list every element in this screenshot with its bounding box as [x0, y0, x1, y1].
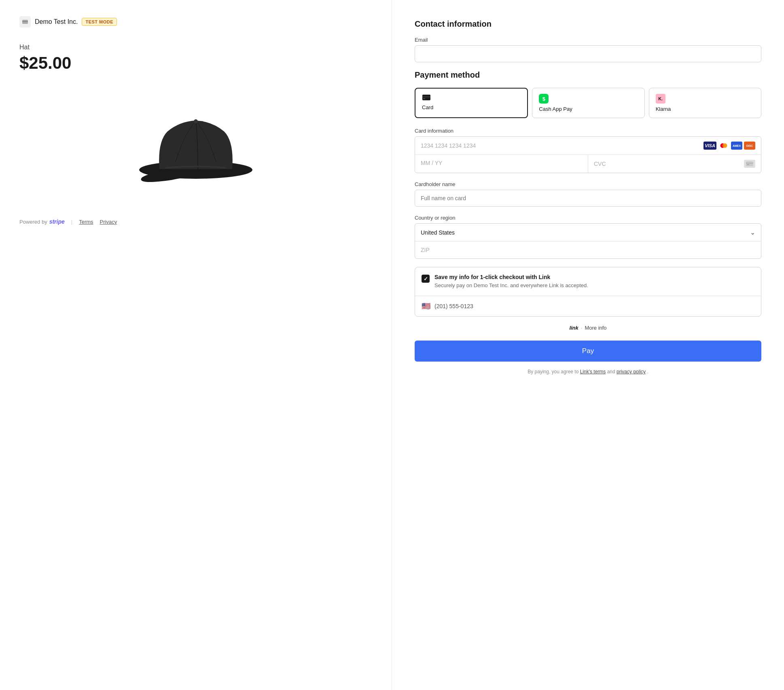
country-region-box: United States ⌄ ZIP: [415, 223, 761, 259]
email-input[interactable]: [415, 45, 761, 62]
right-panel: Contact information Email Payment method…: [392, 0, 784, 690]
link-terms-link[interactable]: Link's terms: [580, 369, 606, 375]
card-icon: [422, 94, 431, 102]
svg-rect-11: [747, 164, 749, 165]
more-info-link[interactable]: More info: [585, 325, 606, 331]
test-mode-badge: TEST MODE: [82, 18, 117, 26]
tab-klarna-label: Klarna: [656, 106, 671, 112]
pay-button[interactable]: Pay: [415, 341, 761, 362]
card-number-placeholder: 1234 1234 1234 1234: [421, 142, 476, 149]
card-info-box: 1234 1234 1234 1234 VISA AMEX DISC MM / …: [415, 136, 761, 173]
country-value: United States: [421, 229, 455, 236]
link-brand-label: link: [569, 325, 578, 331]
hat-svg: [135, 105, 256, 186]
save-info-content: ✓ Save my info for 1-click checkout with…: [415, 267, 761, 296]
brand-row: Demo Test Inc. TEST MODE: [19, 16, 372, 28]
tab-cashapp[interactable]: $ Cash App Pay: [532, 88, 644, 118]
privacy-link[interactable]: Privacy: [100, 219, 117, 225]
chevron-down-icon: ⌄: [750, 229, 755, 236]
card-expiry[interactable]: MM / YY: [415, 155, 588, 173]
cardholder-input[interactable]: [415, 190, 761, 207]
and-label: and: [607, 369, 615, 375]
privacy-policy-link[interactable]: privacy policy: [617, 369, 646, 375]
terms-link[interactable]: Terms: [79, 219, 93, 225]
svg-rect-6: [423, 98, 425, 99]
product-price: $25.00: [19, 53, 372, 73]
svg-point-8: [723, 143, 727, 148]
country-select[interactable]: United States ⌄: [415, 224, 761, 241]
card-cvc[interactable]: CVC: [588, 155, 761, 173]
payment-methods: Card $ Cash App Pay K. Klarna: [415, 88, 761, 118]
brand-name: Demo Test Inc.: [35, 18, 78, 25]
visa-icon: VISA: [703, 142, 716, 150]
svg-rect-1: [22, 21, 28, 22]
svg-point-3: [194, 119, 198, 123]
tab-card-label: Card: [422, 104, 433, 110]
discover-icon: DISC: [744, 142, 755, 150]
card-number-row: 1234 1234 1234 1234 VISA AMEX DISC: [415, 137, 761, 155]
left-panel: Demo Test Inc. TEST MODE Hat $25.00 Powe…: [0, 0, 392, 690]
us-flag-icon: 🇺🇸: [422, 302, 430, 311]
cardholder-label: Cardholder name: [415, 181, 761, 187]
country-label: Country or region: [415, 215, 761, 221]
powered-by: Powered by stripe: [19, 218, 65, 225]
email-label: Email: [415, 37, 761, 43]
klarna-icon: K.: [656, 94, 665, 104]
terms-prefix: By paying, you agree to: [528, 369, 578, 375]
payment-section-title: Payment method: [415, 70, 761, 80]
brand-icon: [19, 16, 31, 28]
save-info-checkbox[interactable]: ✓: [422, 275, 430, 283]
link-separator: ·: [581, 325, 583, 331]
amex-icon: AMEX: [731, 142, 742, 150]
svg-rect-5: [422, 96, 430, 97]
cvc-placeholder: CVC: [594, 161, 606, 167]
zip-row[interactable]: ZIP: [415, 241, 761, 258]
card-icons: VISA AMEX DISC: [703, 142, 755, 150]
left-footer: Powered by stripe | Terms Privacy: [19, 218, 372, 225]
svg-rect-10: [746, 163, 753, 164]
period: .: [647, 369, 648, 375]
link-footer: link · More info: [415, 325, 761, 331]
phone-value: (201) 555-0123: [434, 303, 473, 309]
save-info-title: Save my info for 1-click checkout with L…: [434, 274, 588, 280]
card-info-label: Card information: [415, 128, 761, 134]
contact-section-title: Contact information: [415, 19, 761, 29]
save-info-box: ✓ Save my info for 1-click checkout with…: [415, 267, 761, 317]
product-name: Hat: [19, 44, 372, 51]
cvc-card-icon: [744, 160, 755, 168]
phone-row[interactable]: 🇺🇸 (201) 555-0123: [415, 296, 761, 316]
stripe-logo: stripe: [49, 218, 65, 225]
tab-cashapp-label: Cash App Pay: [539, 106, 572, 112]
checkmark-icon: ✓: [424, 276, 428, 282]
footer-divider: |: [71, 219, 72, 225]
terms-text: By paying, you agree to Link's terms and…: [415, 368, 761, 375]
product-image: [19, 89, 372, 202]
cashapp-icon: $: [539, 94, 549, 104]
tab-klarna[interactable]: K. Klarna: [649, 88, 761, 118]
mastercard-icon: [718, 142, 729, 150]
save-info-text: Save my info for 1-click checkout with L…: [434, 274, 588, 289]
tab-card[interactable]: Card: [415, 88, 528, 118]
card-expiry-cvc-row: MM / YY CVC: [415, 155, 761, 173]
save-info-description: Securely pay on Demo Test Inc. and every…: [434, 282, 588, 289]
powered-by-text: Powered by: [19, 219, 47, 225]
zip-placeholder: ZIP: [421, 247, 430, 253]
expiry-placeholder: MM / YY: [421, 160, 442, 166]
